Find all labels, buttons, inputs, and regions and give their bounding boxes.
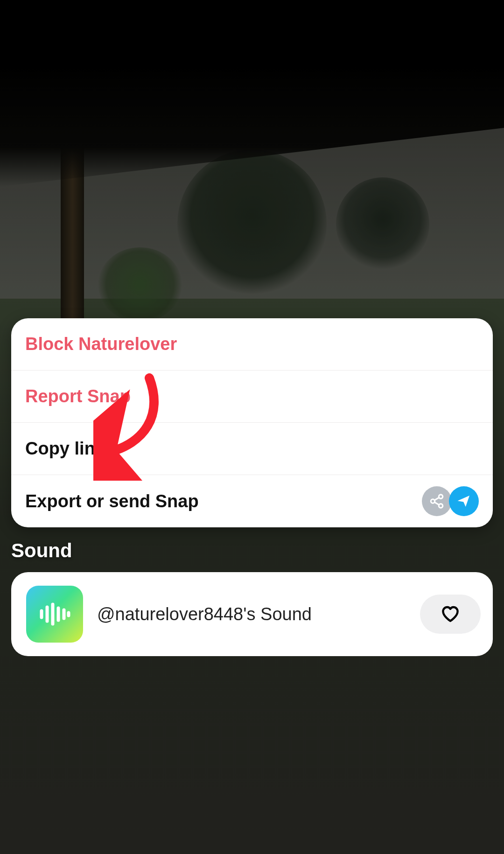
block-user-label: Block Naturelover [25,334,177,354]
send-icon[interactable] [449,486,479,516]
svg-line-4 [434,502,439,505]
sound-card[interactable]: @naturelover8448's Sound [11,572,493,656]
share-icon[interactable] [422,486,452,516]
report-snap-row[interactable]: Report Snap [11,371,493,423]
waveform-icon [38,602,71,626]
export-send-row[interactable]: Export or send Snap [11,475,493,527]
copy-link-row[interactable]: Copy link [11,423,493,475]
svg-line-3 [434,497,439,500]
block-user-row[interactable]: Block Naturelover [11,318,493,371]
copy-link-label: Copy link [25,439,105,459]
sound-thumbnail [26,586,83,643]
action-sheet: Block Naturelover Report Snap Copy link … [11,318,493,527]
report-snap-label: Report Snap [25,386,131,406]
export-send-label: Export or send Snap [25,491,199,511]
sound-label: @naturelover8448's Sound [97,604,420,624]
heart-icon [440,604,461,624]
favorite-sound-button[interactable] [420,595,481,634]
sound-section-title: Sound [11,539,72,562]
